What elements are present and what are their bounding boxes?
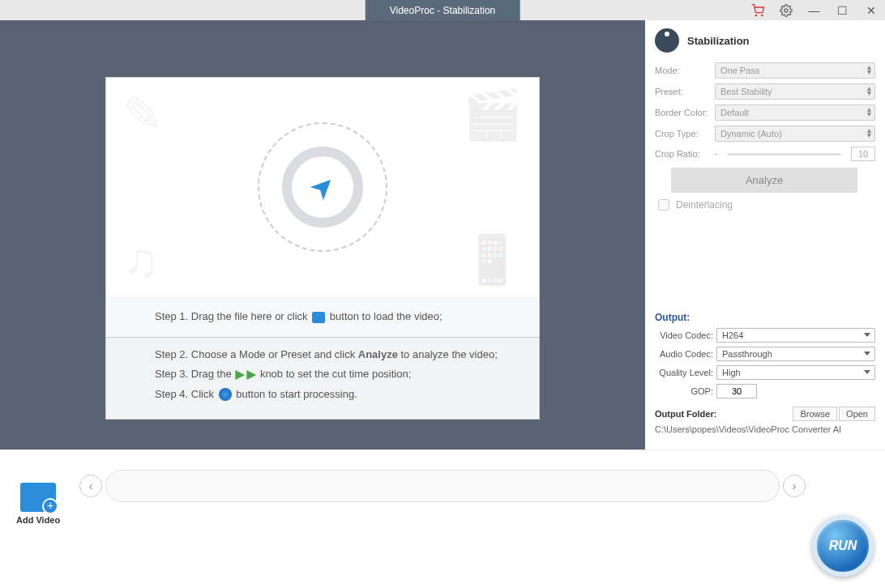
- window-title: VideoProc - Stabilization: [366, 0, 520, 20]
- svg-point-1: [761, 15, 762, 15]
- border-select[interactable]: Default▴▾: [715, 104, 875, 121]
- preview-card: ✎ 🎬 ♫ 📱 ➤ Step 1. Drag the file here or …: [105, 77, 540, 420]
- open-button[interactable]: Open: [839, 407, 875, 421]
- svg-point-2: [785, 9, 788, 12]
- preset-label: Preset:: [655, 87, 710, 96]
- border-label: Border Color:: [655, 108, 710, 117]
- croptype-select[interactable]: Dynamic (Auto)▴▾: [715, 126, 875, 142]
- titlebar: VideoProc - Stabilization — ☐ ✕: [0, 0, 885, 20]
- cart-icon[interactable]: [743, 0, 772, 20]
- close-icon[interactable]: ✕: [857, 0, 885, 20]
- svg-point-0: [755, 15, 756, 15]
- step-1: Step 1. Drag the file here or click butt…: [155, 309, 519, 324]
- quality-label: Quality Level:: [655, 368, 716, 377]
- cropratio-slider[interactable]: [728, 153, 841, 156]
- add-video-icon: [20, 483, 56, 512]
- preset-select[interactable]: Best Stability▴▾: [715, 83, 875, 100]
- analyze-button[interactable]: Analyze: [671, 168, 857, 193]
- mode-select[interactable]: One Pass▴▾: [715, 62, 875, 79]
- cropratio-label: Crop Ratio:: [655, 149, 710, 159]
- flag-left-icon: [235, 370, 245, 380]
- acodec-select[interactable]: Passthrough: [716, 347, 875, 361]
- drop-zone[interactable]: ✎ 🎬 ♫ 📱 ➤: [106, 78, 539, 296]
- output-folder-path: C:\Users\popes\Videos\VideoProc Converte…: [655, 424, 875, 434]
- gear-icon[interactable]: [772, 0, 800, 20]
- video-plus-icon: [312, 312, 325, 323]
- run-button[interactable]: RUN: [812, 515, 874, 577]
- croptype-label: Crop Type:: [655, 129, 710, 138]
- deinterlacing-checkbox[interactable]: [658, 199, 669, 211]
- preview-area: ✎ 🎬 ♫ 📱 ➤ Step 1. Drag the file here or …: [0, 20, 645, 450]
- minimize-icon[interactable]: —: [800, 0, 828, 20]
- quality-select[interactable]: High: [716, 365, 875, 380]
- deinterlacing-label: Deinterlacing: [676, 199, 733, 211]
- step-3: Step 3. Drag the knob to set the cut tim…: [155, 367, 519, 381]
- nav-prev-button[interactable]: ‹: [79, 475, 102, 497]
- output-title: Output:: [655, 312, 875, 323]
- add-video-button[interactable]: Add Video: [16, 483, 60, 525]
- nav-next-button[interactable]: ›: [783, 475, 806, 497]
- side-panel: Stabilization Mode: One Pass▴▾ Preset: B…: [645, 20, 885, 450]
- step-4: Step 4. Click button to start processing…: [155, 387, 519, 402]
- flag-right-icon: [246, 370, 256, 380]
- cropratio-value[interactable]: 10: [851, 147, 875, 161]
- gop-label: GOP:: [655, 386, 716, 396]
- run-small-icon: [219, 388, 232, 401]
- timeline-track: [105, 470, 780, 502]
- panel-title: Stabilization: [687, 35, 750, 47]
- step-2: Step 2. Choose a Mode or Preset and clic…: [155, 347, 519, 362]
- output-folder-label: Output Folder:: [655, 409, 716, 419]
- film-reel-icon: [655, 28, 679, 53]
- maximize-icon[interactable]: ☐: [828, 0, 857, 20]
- bottom-bar: ‹ › Add Video RUN: [0, 450, 885, 588]
- vcodec-label: Video Codec:: [655, 330, 716, 340]
- vcodec-select[interactable]: H264: [716, 328, 875, 343]
- mode-label: Mode:: [655, 66, 710, 75]
- upload-arrow-icon: ➤: [302, 167, 344, 208]
- acodec-label: Audio Codec:: [655, 349, 716, 359]
- gop-input[interactable]: [716, 384, 757, 398]
- browse-button[interactable]: Browse: [793, 407, 837, 421]
